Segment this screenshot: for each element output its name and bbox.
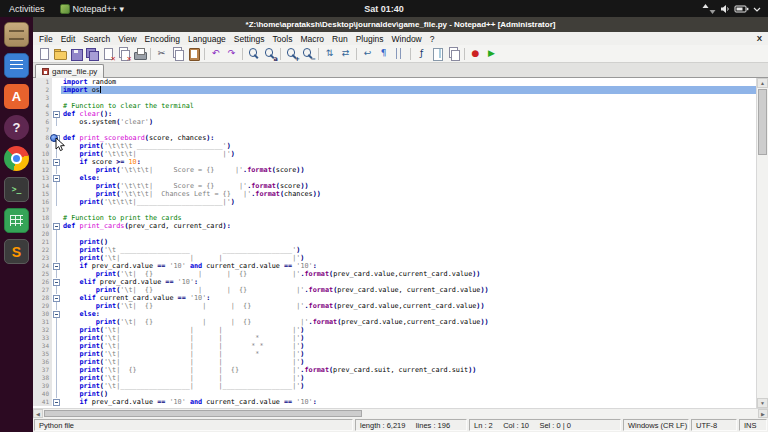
doc-switcher-icon[interactable] <box>446 46 461 61</box>
menu-tools[interactable]: Tools <box>269 34 297 44</box>
vertical-scrollbar[interactable]: ▲ ▼ <box>756 78 768 408</box>
code-line[interactable]: 14 print('\t\t\t| Score = {} |'.format(s… <box>33 182 756 190</box>
print-icon[interactable] <box>132 46 147 61</box>
open-icon[interactable] <box>52 46 67 61</box>
code-line[interactable]: 5def clear(): <box>33 110 756 118</box>
code-line[interactable]: 30 else: <box>33 310 756 318</box>
window-titlebar[interactable]: *Z:\home\aprataksh\Desktop\journaldev\ga… <box>33 17 768 32</box>
code-text[interactable]: print('\t\t\t| Chances Left = {} |'.form… <box>61 190 756 198</box>
menu-run[interactable]: Run <box>328 34 352 44</box>
line-number[interactable]: 29 <box>33 302 52 310</box>
menu-file[interactable]: File <box>35 34 57 44</box>
fold-marker[interactable] <box>52 398 61 406</box>
line-number[interactable]: 22 <box>33 246 52 254</box>
tab-game-file[interactable]: game_file.py <box>35 64 104 78</box>
show-all-chars-icon[interactable]: ¶ <box>376 46 391 61</box>
line-number[interactable]: 20 <box>33 230 52 238</box>
app-menu[interactable]: Notepad++ ▾ <box>54 0 131 17</box>
code-line[interactable]: 40 print() <box>33 390 756 398</box>
fold-margin[interactable] <box>52 246 61 254</box>
line-number[interactable]: 25 <box>33 270 52 278</box>
activities-button[interactable]: Activities <box>0 0 54 17</box>
line-number[interactable]: 18 <box>33 214 52 222</box>
code-text[interactable]: print('\t| | | * |') <box>61 334 756 342</box>
dock-help-icon[interactable] <box>4 115 29 140</box>
code-text[interactable]: def print_cards(prev_card, current_card)… <box>61 222 756 230</box>
close-all-icon[interactable]: ✕ <box>116 46 131 61</box>
code-text[interactable]: print('\t\t\t _____________________') <box>61 142 756 150</box>
fold-margin[interactable] <box>52 334 61 342</box>
save-icon[interactable] <box>68 46 83 61</box>
code-text[interactable]: elif prev_card.value == '10': <box>61 278 756 286</box>
code-text[interactable]: else: <box>61 310 756 318</box>
code-line[interactable]: 36 print('\t| | | |') <box>33 358 756 366</box>
code-line[interactable]: 1import random <box>33 78 756 86</box>
code-text[interactable] <box>61 206 756 214</box>
replace-icon[interactable]: a <box>262 46 277 61</box>
line-number[interactable]: 13 <box>33 174 52 182</box>
code-text[interactable] <box>61 94 756 102</box>
menu-help[interactable]: ? <box>426 34 439 44</box>
code-line[interactable]: 20 <box>33 230 756 238</box>
code-line[interactable]: 22 print('\t _________________ _________… <box>33 246 756 254</box>
function-list-icon[interactable]: ƒ <box>414 46 429 61</box>
code-line[interactable]: 11 if score >= 10: <box>33 158 756 166</box>
copy-icon[interactable] <box>170 46 185 61</box>
code-text[interactable]: def clear(): <box>61 110 756 118</box>
dock-files-icon[interactable] <box>4 22 29 47</box>
fold-margin[interactable] <box>52 126 61 134</box>
fold-margin[interactable] <box>52 286 61 294</box>
line-number[interactable]: 1 <box>33 78 52 86</box>
code-line[interactable]: 38 print('\t| | | |') <box>33 374 756 382</box>
fold-margin[interactable] <box>52 214 61 222</box>
fold-margin[interactable] <box>52 318 61 326</box>
close-document-button[interactable]: X <box>751 34 768 43</box>
fold-margin[interactable] <box>52 118 61 126</box>
dock-libreoffice-writer-icon[interactable] <box>4 53 29 78</box>
fold-marker[interactable] <box>52 222 61 230</box>
scroll-down-arrow[interactable]: ▼ <box>757 398 768 408</box>
fold-margin[interactable] <box>52 358 61 366</box>
fold-margin[interactable] <box>52 94 61 102</box>
code-text[interactable]: import random <box>61 78 756 86</box>
fold-margin[interactable] <box>52 78 61 86</box>
code-line[interactable]: 25 print('\t| {} | | {} |'.format(prev_c… <box>33 270 756 278</box>
line-number[interactable]: 14 <box>33 182 52 190</box>
fold-margin[interactable] <box>52 326 61 334</box>
code-text[interactable]: # Function to print the cards <box>61 214 756 222</box>
line-number[interactable]: 27 <box>33 286 52 294</box>
code-line[interactable]: 19def print_cards(prev_card, current_car… <box>33 222 756 230</box>
code-line[interactable]: 32 print('\t| | | |') <box>33 326 756 334</box>
code-text[interactable]: import os <box>61 86 756 94</box>
fold-margin[interactable] <box>52 182 61 190</box>
zoom-in-icon[interactable]: + <box>284 46 299 61</box>
dock-libreoffice-calc-icon[interactable] <box>4 208 29 233</box>
line-number[interactable]: 11 <box>33 158 52 166</box>
line-number[interactable]: 23 <box>33 254 52 262</box>
code-line[interactable]: 17 <box>33 206 756 214</box>
code-text[interactable]: print('\t _________________ ____________… <box>61 246 756 254</box>
editor[interactable]: 1import random2import os34# Function to … <box>33 78 768 408</box>
code-text[interactable]: os.system('clear') <box>61 118 756 126</box>
zoom-out-icon[interactable]: − <box>300 46 315 61</box>
code-text[interactable]: print('\t| {} | | {} |'.format(prev_card… <box>61 270 756 278</box>
code-line[interactable]: 3 <box>33 94 756 102</box>
horizontal-scroll-thumb[interactable] <box>44 410 362 417</box>
code-line[interactable]: 8def print_scoreboard(score, chances): <box>33 134 756 142</box>
fold-marker[interactable] <box>52 158 61 166</box>
line-number[interactable]: 40 <box>33 390 52 398</box>
code-text[interactable]: print() <box>61 390 756 398</box>
fold-margin[interactable] <box>52 190 61 198</box>
code-line[interactable]: 6 os.system('clear') <box>33 118 756 126</box>
line-number[interactable]: 16 <box>33 198 52 206</box>
code-line[interactable]: 18# Function to print the cards <box>33 214 756 222</box>
code-text[interactable]: print('\t\t\t| |') <box>61 150 756 158</box>
menu-search[interactable]: Search <box>79 34 114 44</box>
code-text[interactable] <box>61 230 756 238</box>
line-number[interactable]: 26 <box>33 278 52 286</box>
code-text[interactable]: print('\t| | | |') <box>61 254 756 262</box>
code-line[interactable]: 16 print('\t\t\t|_____________________|'… <box>33 198 756 206</box>
code-text[interactable]: if prev_card.value == '10' and current_c… <box>61 398 756 406</box>
line-number[interactable]: 6 <box>33 118 52 126</box>
fold-margin[interactable] <box>52 374 61 382</box>
